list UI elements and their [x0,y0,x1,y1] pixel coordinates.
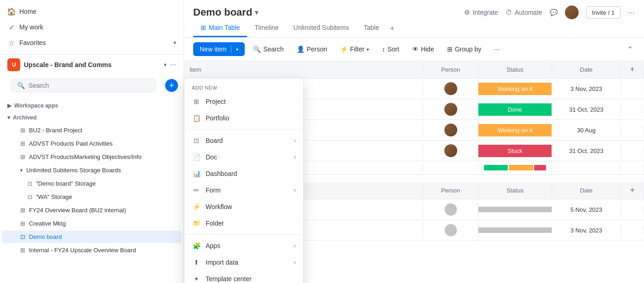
board-icon: ⊡ [28,194,32,200]
group-by-button[interactable]: ⊞ Group by [443,43,486,56]
chevron-right-icon: › [294,154,296,160]
tab-timeline[interactable]: Timeline [247,19,286,37]
more-options-icon[interactable]: ··· [170,61,176,69]
menu-item-dashboard[interactable]: 📊 Dashboard [184,165,303,182]
board-icon: ⊞ [20,153,25,160]
template-icon: ✦ [192,274,201,283]
td-status[interactable]: Working on it [478,83,552,95]
board-header: Demo board ▾ ⚙ Integrate ⏱ Automate 💬 In… [184,0,644,19]
nav-item-label: Creative Mktg [29,220,66,227]
sort-button[interactable]: ↕ Sort [377,43,404,56]
menu-section-label: Add new [184,82,303,93]
td-person [423,199,478,220]
td-status[interactable]: Done [478,103,552,116]
menu-item-apps[interactable]: 🧩 Apps › [184,238,303,254]
tab-main-table[interactable]: ⊞ Main Table [193,19,247,37]
collapse-button[interactable]: ⌃ [625,43,635,56]
archived-section[interactable]: ▾ Archived [0,112,184,124]
menu-item-label: Project [206,98,296,105]
status-bar-green [484,165,508,170]
chat-icon[interactable]: 💬 [550,9,558,16]
td-add[interactable] [621,206,644,213]
nav-item-label: "Demo board" Storage [36,180,96,187]
invite-button[interactable]: Invite / 1 [586,6,621,19]
hide-button[interactable]: 👁 Hide [408,43,439,56]
th-add[interactable]: + [621,61,644,78]
person-icon: 👤 [297,45,305,53]
person-avatar [444,103,457,116]
th-person: Person [423,183,478,198]
menu-item-portfolio[interactable]: 📋 Portfolio [184,110,303,126]
menu-item-workflow[interactable]: ⚡ Workflow [184,198,303,215]
sidebar-item-internal[interactable]: ⊞ Internal - FY24 Upscale Overview Board [2,244,182,256]
tab-unlimited-subitems[interactable]: Unlimited Subitems [286,19,356,37]
avatar [565,6,579,19]
sidebar-item-demo-storage[interactable]: ⊡ "Demo board" Storage [2,177,182,190]
sidebar-item-favorites[interactable]: ☆ Favorites ▾ [0,35,184,51]
menu-item-form[interactable]: ✏ Form › [184,182,303,198]
new-item-button[interactable]: New item ▾ [193,42,245,56]
dashboard-icon: 📊 [192,169,201,178]
menu-item-template[interactable]: ✦ Template center [184,271,303,283]
search-button[interactable]: 🔍 Search [248,43,288,56]
person-button[interactable]: 👤 Person [292,43,332,56]
sidebar: 🏠 Home ✓ My work ☆ Favorites ▾ U Upscale… [0,0,184,283]
chevron-down-icon: ▾ [236,47,238,52]
sidebar-item-advst-marketing[interactable]: ⊞ ADVST ProductsMarketing Objectives/Inf… [2,151,182,163]
mywork-icon: ✓ [7,23,16,31]
filter-button[interactable]: ⚡ Filter ▾ [335,43,374,56]
add-new-dropdown: Add new ⊞ Project 📋 Portfolio ⊡ Board › … [184,78,304,283]
sort-icon: ↕ [382,45,385,53]
search-icon: 🔍 [253,45,261,53]
workspace-apps-section[interactable]: ▶ Workspace apps [0,100,184,112]
td-add[interactable] [621,126,644,134]
td-status[interactable] [478,207,552,212]
chevron-down-icon[interactable]: ▾ [255,9,258,16]
sidebar-item-unlimited[interactable]: ▾ Unlimited Subitems Storage Boards [2,164,182,176]
sidebar-item-mywork[interactable]: ✓ My work [0,19,184,35]
nav-item-label: ADVST ProductsMarketing Objectives/Info [29,153,142,160]
add-new-button[interactable]: + [165,79,178,92]
menu-item-label: Import data [206,259,289,266]
sidebar-item-creative[interactable]: ⊞ Creative Mktg [2,217,182,230]
nav-item-label: BU2 - Brand Project [29,127,82,134]
td-add[interactable] [621,147,644,154]
group-icon: ⊞ [447,45,453,53]
more-toolbar-button[interactable]: ··· [489,43,504,56]
more-options-icon[interactable]: ··· [628,8,635,17]
td-add[interactable] [621,85,644,92]
td-status[interactable] [478,227,552,233]
th-date: Date [552,183,621,198]
sidebar-item-bu2[interactable]: ⊞ BU2 - Brand Project [2,124,182,136]
menu-item-board[interactable]: ⊡ Board › [184,132,303,149]
search-input[interactable] [29,82,150,89]
automate-button[interactable]: ⏱ Automate [506,9,542,16]
summary-status [478,161,552,174]
sidebar-item-advst-paid[interactable]: ⊞ ADVST Products Paid Activities [2,137,182,150]
th-add[interactable]: + [621,182,644,199]
sidebar-item-fy24[interactable]: ⊞ FY24 Overview Board (BU2 internal) [2,204,182,216]
td-status[interactable]: Working on it [478,124,552,136]
chevron-down-icon: ▾ [173,40,176,46]
add-tab-button[interactable]: + [386,20,398,37]
home-label: Home [19,8,176,15]
menu-item-folder[interactable]: 📁 Folder [184,215,303,232]
form-icon: ✏ [192,186,201,195]
menu-item-project[interactable]: ⊞ Project [184,93,303,110]
td-add[interactable] [621,106,644,113]
search-bar[interactable]: 🔍 [11,79,156,92]
td-status[interactable]: Stuck [478,145,552,157]
tab-table[interactable]: Table [356,19,386,37]
td-person [423,79,478,99]
td-add[interactable] [621,226,644,234]
integrate-button[interactable]: ⚙ Integrate [464,9,498,16]
sidebar-item-home[interactable]: 🏠 Home [0,4,184,19]
chevron-down-icon: ▾ [367,47,369,52]
sidebar-item-wa-storage[interactable]: ⊡ "WA" Storage [2,191,182,203]
menu-item-label: Board [206,137,289,144]
menu-item-label: Workflow [206,203,296,210]
menu-item-doc[interactable]: 📄 Doc › [184,149,303,165]
sidebar-item-demo-board[interactable]: ⊡ Demo board [2,231,182,243]
menu-item-import[interactable]: ⬆ Import data › [184,254,303,271]
board-icon: ⊞ [20,247,25,254]
